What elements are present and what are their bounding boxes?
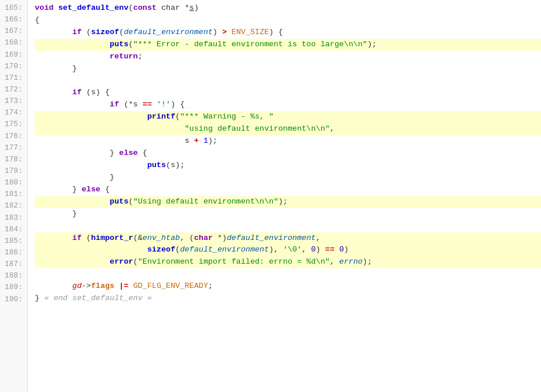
- code-line-169: return;: [35, 51, 541, 63]
- code-line-190: [35, 305, 541, 317]
- code-line-186: error("Environment import failed: errno …: [35, 256, 541, 268]
- code-line-174: printf("*** Warning - %s, ": [35, 111, 541, 123]
- code-line-183: [35, 220, 541, 232]
- line-num-172: 172:: [5, 84, 23, 95]
- line-num-168: 168:: [5, 37, 23, 49]
- line-num-165: 165:: [5, 2, 23, 14]
- code-editor: 165: 166: 167: 168: 169: 170: 171: 172: …: [0, 0, 541, 392]
- line-numbers: 165: 166: 167: 168: 169: 170: 171: 172: …: [0, 0, 28, 392]
- code-line-168: puts("*** Error - default environment is…: [35, 39, 541, 51]
- code-line-179: }: [35, 172, 541, 184]
- code-line-175: "using default environment\n\n",: [35, 123, 541, 135]
- line-num-186: 186:: [5, 247, 23, 258]
- code-line-188: gd->flags |= GD_FLG_ENV_READY;: [35, 280, 541, 293]
- line-num-169: 169:: [5, 49, 23, 61]
- line-num-179: 179:: [5, 165, 23, 177]
- line-num-189: 189:: [5, 282, 23, 293]
- line-num-173: 173:: [5, 95, 23, 107]
- line-num-185: 185:: [5, 235, 23, 247]
- code-line-178: puts(s);: [35, 160, 541, 172]
- line-num-182: 182:: [5, 200, 23, 212]
- code-line-171: [35, 75, 541, 87]
- code-line-187: [35, 268, 541, 280]
- code-line-172: if (s) {: [35, 87, 541, 99]
- line-num-176: 176:: [5, 131, 23, 142]
- code-line-173: if (*s == '!') {: [35, 99, 541, 111]
- line-num-174: 174:: [5, 107, 23, 119]
- code-line-167: if (sizeof(default_environment) > ENV_SI…: [35, 27, 541, 39]
- code-line-181: puts("Using default environment\n\n");: [35, 196, 541, 208]
- line-num-171: 171:: [5, 72, 23, 84]
- code-line-177: } else {: [35, 147, 541, 160]
- line-num-175: 175:: [5, 119, 23, 130]
- line-num-167: 167:: [5, 25, 23, 37]
- code-line-166: {: [35, 14, 541, 27]
- line-num-178: 178:: [5, 154, 23, 165]
- code-line-189: } « end set_default_env »: [35, 293, 541, 305]
- code-line-170: }: [35, 63, 541, 75]
- line-num-170: 170:: [5, 61, 23, 72]
- code-line-182: }: [35, 208, 541, 220]
- line-num-180: 180:: [5, 177, 23, 188]
- code-line-165: void set_default_env(const char *s): [35, 2, 541, 14]
- line-num-177: 177:: [5, 142, 23, 154]
- line-num-190: 190:: [5, 294, 23, 305]
- code-line-176: s + 1);: [35, 135, 541, 147]
- line-num-181: 181:: [5, 188, 23, 200]
- code-line-180: } else {: [35, 184, 541, 196]
- line-num-188: 188:: [5, 270, 23, 282]
- line-num-184: 184:: [5, 224, 23, 235]
- code-line-184: if (himport_r(&env_htab, (char *)default…: [35, 232, 541, 245]
- code-content: void set_default_env(const char *s) { if…: [28, 0, 541, 392]
- code-line-185: sizeof(default_environment), '\0', 0) ==…: [35, 244, 541, 256]
- line-num-183: 183:: [5, 212, 23, 224]
- line-num-187: 187:: [5, 258, 23, 270]
- line-num-166: 166:: [5, 14, 23, 25]
